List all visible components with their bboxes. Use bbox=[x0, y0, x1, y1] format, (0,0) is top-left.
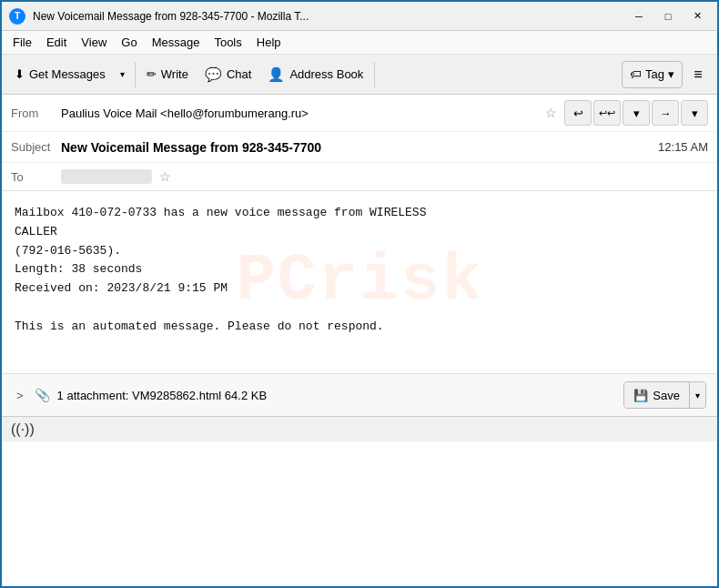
save-dropdown-chevron-icon: ▾ bbox=[695, 390, 700, 400]
reply-all-icon: ↩↩ bbox=[599, 107, 615, 119]
attachment-bar: > 📎 1 attachment: VM9285862.html 64.2 KB… bbox=[2, 373, 717, 416]
more-actions-dropdown[interactable]: ▾ bbox=[623, 100, 650, 126]
tag-icon: 🏷 bbox=[630, 67, 642, 81]
thunderbird-logo: T bbox=[9, 8, 25, 25]
forward-chevron-icon: ▾ bbox=[692, 106, 698, 120]
attachment-info: 1 attachment: VM9285862.html 64.2 KB bbox=[57, 389, 617, 402]
close-button[interactable]: ✕ bbox=[684, 7, 710, 25]
tag-chevron-icon: ▾ bbox=[668, 67, 674, 81]
toolbar-separator-1 bbox=[135, 62, 136, 87]
save-disk-icon: 💾 bbox=[633, 389, 648, 402]
get-messages-label: Get Messages bbox=[29, 67, 106, 81]
subject-value: New Voicemail Message from 928-345-7700 bbox=[61, 140, 649, 155]
tag-button[interactable]: 🏷 Tag ▾ bbox=[622, 61, 683, 88]
get-messages-button[interactable]: ⬇ Get Messages bbox=[7, 59, 113, 90]
save-button[interactable]: 💾 Save bbox=[624, 382, 689, 408]
toolbar: ⬇ Get Messages ▾ ✏ Write 💬 Chat 👤 Addres… bbox=[2, 55, 717, 95]
statusbar: ((·)) bbox=[2, 416, 717, 441]
chat-button[interactable]: 💬 Chat bbox=[197, 59, 258, 90]
to-star-icon[interactable]: ☆ bbox=[159, 169, 171, 184]
menu-go[interactable]: Go bbox=[114, 34, 144, 51]
reply-button[interactable]: ↩ bbox=[564, 100, 592, 126]
get-messages-icon: ⬇ bbox=[15, 67, 25, 81]
app-icon: T bbox=[9, 8, 25, 25]
toolbar-separator-2 bbox=[374, 62, 375, 87]
menu-edit[interactable]: Edit bbox=[39, 34, 74, 51]
hamburger-menu-button[interactable]: ≡ bbox=[684, 61, 712, 88]
reply-icon: ↩ bbox=[573, 106, 583, 120]
body-line-4: Length: 38 seconds bbox=[15, 260, 704, 279]
menu-tools[interactable]: Tools bbox=[207, 34, 248, 51]
paperclip-icon: 📎 bbox=[35, 388, 50, 402]
to-row: To ☆ bbox=[2, 163, 717, 190]
email-body: PCrisk Mailbox 410-072-0733 has a new vo… bbox=[2, 191, 717, 373]
forward-button[interactable]: → bbox=[652, 100, 679, 126]
body-line-1: Mailbox 410-072-0733 has a new voice mes… bbox=[15, 204, 704, 223]
subject-label: Subject bbox=[11, 140, 61, 154]
tag-label: Tag bbox=[645, 67, 664, 81]
get-messages-dropdown[interactable]: ▾ bbox=[115, 59, 131, 90]
attachment-expand-icon[interactable]: > bbox=[13, 387, 27, 404]
email-time: 12:15 AM bbox=[658, 140, 708, 154]
chat-icon: 💬 bbox=[205, 66, 222, 83]
body-line-6: This is an automated message. Please do … bbox=[15, 318, 704, 337]
hamburger-icon: ≡ bbox=[694, 66, 702, 83]
save-label: Save bbox=[653, 389, 680, 402]
write-button[interactable]: ✏ Write bbox=[139, 59, 196, 90]
menu-view[interactable]: View bbox=[74, 34, 114, 51]
minimize-button[interactable]: ─ bbox=[626, 7, 652, 25]
menu-help[interactable]: Help bbox=[249, 34, 289, 51]
get-messages-chevron-icon: ▾ bbox=[120, 69, 125, 79]
from-star-icon[interactable]: ☆ bbox=[545, 106, 557, 120]
from-row: From Paulius Voice Mail <hello@forumbume… bbox=[2, 95, 717, 132]
titlebar: T New Voicemail Message from 928-345-770… bbox=[2, 2, 717, 31]
address-book-button[interactable]: 👤 Address Book bbox=[260, 59, 370, 90]
write-pencil-icon: ✏ bbox=[147, 67, 157, 81]
save-button-group: 💾 Save ▾ bbox=[623, 381, 706, 409]
to-label: To bbox=[11, 170, 61, 184]
window-controls: ─ □ ✕ bbox=[626, 7, 710, 25]
write-label: Write bbox=[161, 67, 188, 81]
maximize-button[interactable]: □ bbox=[655, 7, 681, 25]
save-dropdown-button[interactable]: ▾ bbox=[689, 382, 705, 408]
window-title: New Voicemail Message from 928-345-7700 … bbox=[33, 10, 626, 23]
body-line-2: CALLER bbox=[15, 223, 704, 242]
menu-file[interactable]: File bbox=[5, 34, 39, 51]
from-label: From bbox=[11, 106, 61, 120]
more-actions-chevron-icon: ▾ bbox=[633, 106, 640, 120]
email-header: From Paulius Voice Mail <hello@forumbume… bbox=[2, 95, 717, 191]
body-line-5: Received on: 2023/8/21 9:15 PM bbox=[15, 279, 704, 299]
connection-status-icon: ((·)) bbox=[11, 421, 35, 438]
subject-row: Subject New Voicemail Message from 928-3… bbox=[2, 132, 717, 163]
menu-message[interactable]: Message bbox=[145, 34, 208, 51]
forward-dropdown[interactable]: ▾ bbox=[681, 100, 708, 126]
reply-all-button[interactable]: ↩↩ bbox=[593, 100, 621, 126]
from-value: Paulius Voice Mail <hello@forumbumerang.… bbox=[61, 106, 540, 120]
address-book-label: Address Book bbox=[289, 67, 363, 81]
address-book-icon: 👤 bbox=[268, 66, 285, 83]
menubar: File Edit View Go Message Tools Help bbox=[2, 31, 717, 55]
to-value-redacted bbox=[61, 169, 152, 184]
forward-icon: → bbox=[660, 106, 672, 120]
email-action-buttons: ↩ ↩↩ ▾ → ▾ bbox=[564, 100, 708, 126]
chat-label: Chat bbox=[227, 67, 251, 81]
body-line-3: (792-016-5635). bbox=[15, 242, 704, 261]
